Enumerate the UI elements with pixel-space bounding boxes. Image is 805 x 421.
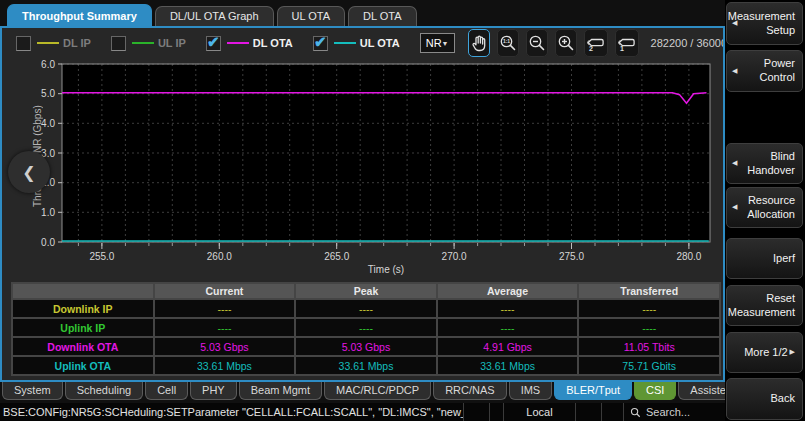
header-blank: [13, 284, 153, 298]
hand-icon: [469, 33, 489, 53]
svg-text:260.0: 260.0: [207, 251, 232, 262]
zoom-reset-icon: 1:1: [498, 33, 518, 53]
tab-beam-mgmt[interactable]: Beam Mgmt: [239, 382, 322, 400]
softkey-label: More 1/2: [744, 346, 787, 360]
tab-ims[interactable]: IMS: [509, 382, 553, 400]
status-cell: [489, 403, 503, 421]
tab-cell[interactable]: Cell: [145, 382, 188, 400]
reset-measurement-button[interactable]: Reset Measurement: [726, 285, 803, 326]
cell-peak: ----: [296, 319, 436, 336]
ul-ota-checkbox[interactable]: ✔: [313, 36, 328, 51]
zoom-reset-button[interactable]: 1:1: [497, 29, 519, 57]
tab-throughput-summary[interactable]: Throughput Summary: [7, 4, 152, 26]
row-label: Downlink OTA: [13, 338, 153, 355]
svg-text:255.0: 255.0: [89, 251, 114, 262]
check-icon: ✔: [314, 37, 327, 47]
dl-ota-checkbox[interactable]: ✔: [206, 36, 221, 51]
search-input[interactable]: Search...: [623, 403, 725, 421]
tab-csi[interactable]: CSI: [634, 382, 676, 400]
table-header-row: Current Peak Average Transferred: [13, 284, 719, 298]
dl-ip-line-swatch: [37, 42, 59, 44]
tab-dl-ota[interactable]: DL OTA: [348, 6, 417, 26]
more-pages-button[interactable]: More 1/2 ▶: [726, 332, 803, 373]
svg-text:Time (s): Time (s): [368, 264, 404, 275]
tab-mac-rlc-pdcp[interactable]: MAC/RLC/PDCP: [324, 382, 431, 400]
main-area: Throughput Summary DL/UL OTA Graph UL OT…: [0, 0, 725, 421]
collapse-panel-button[interactable]: ❮: [8, 151, 50, 193]
local-mode-button[interactable]: Local: [503, 403, 575, 421]
resource-allocation-button[interactable]: ◀ Resource Allocation: [726, 187, 803, 228]
cell-peak: 5.03 Gbps: [296, 338, 436, 355]
tab-rrc-nas[interactable]: RRC/NAS: [433, 382, 507, 400]
row-label: Uplink IP: [13, 319, 153, 336]
status-cell: [601, 403, 623, 421]
tab-scheduling[interactable]: Scheduling: [65, 382, 143, 400]
left-arrow-icon: ◀: [732, 203, 737, 212]
blind-handover-button[interactable]: ◀ Blind Handover: [726, 143, 803, 184]
zoom-in-button[interactable]: [555, 29, 577, 57]
legend-dl-ota: ✔ DL OTA: [206, 36, 293, 51]
marker-2-button[interactable]: 2: [584, 29, 608, 57]
scpi-command-text: BSE:CONFig:NR5G:SCHeduling:SETParameter …: [0, 406, 463, 418]
sample-counter: 282200 / 360000: [651, 37, 725, 49]
back-button[interactable]: Back: [726, 378, 803, 420]
tab-ul-ota[interactable]: UL OTA: [277, 6, 346, 26]
table-row-uplink-ip: Uplink IP ---- ---- ---- ----: [13, 319, 719, 336]
svg-text:1: 1: [620, 45, 624, 52]
marker-1-icon: 1: [616, 33, 638, 53]
tab-phy[interactable]: PHY: [190, 382, 237, 400]
dl-ota-label: DL OTA: [253, 37, 293, 49]
top-tab-bar: Throughput Summary DL/UL OTA Graph UL OT…: [0, 0, 725, 26]
iperf-button[interactable]: Iperf: [726, 238, 803, 279]
ul-ota-label: UL OTA: [360, 37, 400, 49]
throughput-results-table: Current Peak Average Transferred Downlin…: [11, 282, 721, 376]
search-icon: [630, 407, 641, 418]
svg-text:5.0: 5.0: [41, 88, 55, 99]
bottom-tab-bar: System Scheduling Cell PHY Beam Mgmt MAC…: [0, 382, 725, 403]
cell-current: ----: [155, 319, 295, 336]
cell-transferred: ----: [579, 319, 719, 336]
status-cell: [575, 403, 601, 421]
zoom-out-icon: [527, 33, 547, 53]
pan-tool-button[interactable]: [468, 29, 490, 57]
tab-dlul-ota-graph[interactable]: DL/UL OTA Graph: [155, 6, 274, 26]
svg-text:0.0: 0.0: [41, 237, 55, 248]
svg-text:1:1: 1:1: [502, 38, 509, 44]
ul-ip-checkbox[interactable]: ✔: [111, 36, 126, 51]
application-window: Throughput Summary DL/UL OTA Graph UL OT…: [0, 0, 805, 421]
technology-select-value: NR: [426, 37, 442, 49]
svg-text:6.0: 6.0: [41, 59, 55, 70]
tab-bler-tput[interactable]: BLER/Tput: [554, 382, 632, 400]
softkey-label: Blind Handover: [740, 150, 795, 178]
table-row-downlink-ota: Downlink OTA 5.03 Gbps 5.03 Gbps 4.91 Gb…: [13, 338, 719, 355]
svg-text:2: 2: [589, 45, 593, 52]
throughput-chart[interactable]: 255.0260.0265.0270.0275.0280.00.01.02.03…: [2, 58, 723, 280]
softkey-label: Iperf: [773, 252, 795, 266]
chevron-down-icon: ▼: [442, 40, 449, 47]
ul-ip-label: UL IP: [158, 37, 186, 49]
dl-ip-checkbox[interactable]: ✔: [16, 36, 31, 51]
svg-text:270.0: 270.0: [442, 251, 467, 262]
zoom-out-button[interactable]: [526, 29, 548, 57]
technology-select[interactable]: NR ▼: [420, 33, 455, 53]
header-average: Average: [438, 284, 578, 298]
cell-transferred: ----: [579, 300, 719, 317]
measurement-setup-button[interactable]: ◀ Measurement Setup: [726, 2, 803, 45]
cell-peak: 33.61 Mbps: [296, 357, 436, 374]
cell-peak: ----: [296, 300, 436, 317]
legend-ul-ip: ✔ UL IP: [111, 36, 186, 51]
power-control-button[interactable]: ◀ Power Control: [726, 50, 803, 92]
left-arrow-icon: ◀: [732, 19, 737, 28]
cell-average: 4.91 Gbps: [438, 338, 578, 355]
tab-system[interactable]: System: [2, 382, 63, 400]
table-row-downlink-ip: Downlink IP ---- ---- ---- ----: [13, 300, 719, 317]
ul-ota-line-swatch: [334, 42, 356, 44]
zoom-in-icon: [556, 33, 576, 53]
cell-current: ----: [155, 300, 295, 317]
svg-text:265.0: 265.0: [324, 251, 349, 262]
marker-1-button[interactable]: 1: [615, 29, 639, 57]
softkey-label: Measurement Setup: [728, 10, 795, 38]
header-transferred: Transferred: [579, 284, 719, 298]
legend-dl-ip: ✔ DL IP: [16, 36, 91, 51]
softkey-sidebar: ◀ Measurement Setup ◀ Power Control ◀ Bl…: [725, 0, 805, 421]
